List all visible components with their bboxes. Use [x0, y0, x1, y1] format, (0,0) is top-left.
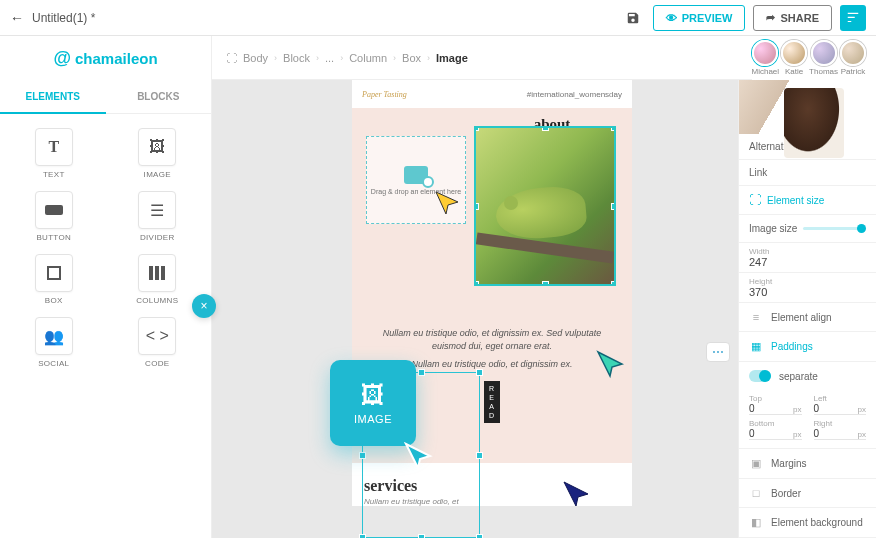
dragging-element[interactable]: 🖼 IMAGE — [330, 360, 416, 446]
toggle-switch[interactable] — [749, 370, 771, 382]
crumb-box[interactable]: Box — [402, 52, 421, 64]
height-value[interactable]: 370 — [749, 286, 866, 298]
element-button[interactable]: BUTTON — [14, 191, 94, 242]
pad-top-value[interactable]: 0 — [749, 403, 755, 414]
image-size-slider[interactable] — [803, 227, 866, 230]
element-label: BUTTON — [36, 233, 71, 242]
pad-bottom-label: Bottom — [749, 419, 802, 428]
resize-handle[interactable] — [418, 369, 425, 376]
tab-elements[interactable]: ELEMENTS — [0, 80, 106, 114]
element-box[interactable]: BOX — [14, 254, 94, 305]
resize-handle[interactable] — [542, 126, 549, 131]
avatar[interactable] — [781, 40, 807, 66]
margins-icon: ▣ — [749, 457, 763, 470]
element-size-label: Element size — [767, 195, 824, 206]
canvas[interactable]: Paper Tasting #international_womensday a… — [212, 80, 738, 538]
resize-handle[interactable] — [611, 126, 616, 131]
app-logo: @ chamaileon — [53, 48, 157, 69]
crumb-image[interactable]: Image — [436, 52, 468, 64]
resize-handle[interactable] — [474, 126, 479, 131]
page-brand: Paper Tasting — [362, 90, 407, 99]
avatar[interactable] — [752, 40, 778, 66]
drop-zone[interactable]: Drag & drop an element here — [366, 136, 466, 224]
unit-label: px — [793, 430, 801, 439]
background-label: Element background — [771, 517, 863, 528]
prop-border[interactable]: □Border — [739, 479, 876, 508]
pad-top-label: Top — [749, 394, 802, 403]
prop-element-align[interactable]: ≡Element align — [739, 303, 876, 332]
avatar-name: Katie — [785, 67, 803, 76]
sliders-icon — [846, 11, 860, 25]
prop-element-background[interactable]: ◧Element background — [739, 508, 876, 538]
resize-handle[interactable] — [476, 369, 483, 376]
text-icon: T — [48, 138, 59, 156]
border-label: Border — [771, 488, 801, 499]
more-options-button[interactable]: ⋯ — [706, 342, 730, 362]
element-divider[interactable]: ☰DIVIDER — [118, 191, 198, 242]
tab-blocks[interactable]: BLOCKS — [106, 80, 212, 114]
paddings-icon: ▦ — [749, 340, 763, 353]
align-icon: ≡ — [749, 311, 763, 323]
element-code[interactable]: < >CODE — [118, 317, 198, 368]
width-value[interactable]: 247 — [749, 256, 866, 268]
resize-handle[interactable] — [474, 203, 479, 210]
element-columns[interactable]: COLUMNS — [118, 254, 198, 305]
columns-icon — [149, 266, 165, 280]
height-label: Height — [749, 277, 866, 286]
prop-margins[interactable]: ▣Margins — [739, 449, 876, 479]
resize-handle[interactable] — [611, 203, 616, 210]
resize-handle[interactable] — [542, 281, 549, 286]
resize-handle[interactable] — [611, 281, 616, 286]
selected-image[interactable]: + ⧉ + 🗑 — [474, 126, 616, 286]
properties-panel: Alternate text Link ⛶Element size Image … — [738, 80, 876, 538]
save-icon[interactable] — [621, 6, 645, 30]
close-fab[interactable]: × — [192, 294, 216, 318]
crumb-more[interactable]: ... — [325, 52, 334, 64]
at-icon: @ — [53, 48, 71, 69]
resize-handle[interactable] — [474, 281, 479, 286]
pad-bottom-value[interactable]: 0 — [749, 428, 755, 439]
image-preview[interactable] — [739, 80, 876, 134]
prop-element-size[interactable]: ⛶Element size — [739, 186, 876, 215]
crumb-column[interactable]: Column — [349, 52, 387, 64]
dropzone-image-icon — [404, 166, 428, 184]
prop-separate-toggle[interactable]: separate — [739, 362, 876, 390]
preview-button[interactable]: 👁 PREVIEW — [653, 5, 746, 31]
image-icon: 🖼 — [361, 381, 385, 409]
document-title: Untitled(1) * — [32, 11, 613, 25]
avatar-name: Michael — [752, 67, 780, 76]
resize-handle[interactable] — [359, 452, 366, 459]
body-text[interactable]: Nullam eu tristique odio, et dignissim e… — [362, 323, 622, 356]
element-label: SOCIAL — [38, 359, 69, 368]
prop-paddings[interactable]: ▦Paddings — [739, 332, 876, 362]
width-label: Width — [749, 247, 866, 256]
element-social[interactable]: 👥SOCIAL — [14, 317, 94, 368]
avatar[interactable] — [840, 40, 866, 66]
eye-icon: 👁 — [666, 12, 677, 24]
back-icon[interactable]: ← — [10, 10, 24, 26]
resize-handle[interactable] — [476, 534, 483, 538]
share-button[interactable]: ➦ SHARE — [753, 5, 832, 31]
share-icon: ➦ — [766, 11, 775, 24]
resize-handle[interactable] — [418, 534, 425, 538]
image-size-label: Image size — [749, 223, 797, 234]
element-text[interactable]: TTEXT — [14, 128, 94, 179]
settings-button[interactable] — [840, 5, 866, 31]
resize-handle[interactable] — [476, 452, 483, 459]
avatar-name: Thomas — [809, 67, 838, 76]
dropzone-text: Drag & drop an element here — [371, 188, 461, 195]
avatar[interactable] — [811, 40, 837, 66]
crumb-body[interactable]: Body — [243, 52, 268, 64]
pad-left-value[interactable]: 0 — [814, 403, 820, 414]
social-icon: 👥 — [44, 327, 64, 346]
crumb-block[interactable]: Block — [283, 52, 310, 64]
resize-handle[interactable] — [359, 534, 366, 538]
pad-right-value[interactable]: 0 — [814, 428, 820, 439]
prop-link[interactable]: Link — [739, 160, 876, 186]
unit-label: px — [793, 405, 801, 414]
home-icon[interactable]: ⛶ — [226, 52, 237, 64]
element-image[interactable]: 🖼IMAGE — [118, 128, 198, 179]
brand-name: chamaileon — [75, 50, 158, 67]
breadcrumb: ⛶ Body› Block› ...› Column› Box› Image — [212, 36, 752, 80]
read-button[interactable]: R E A D — [484, 381, 500, 423]
